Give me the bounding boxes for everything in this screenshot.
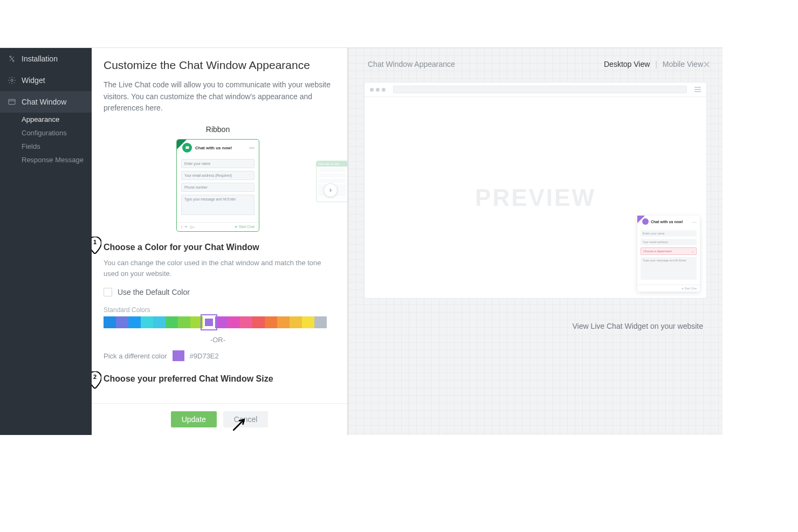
color-swatch[interactable] [290, 316, 302, 328]
color-swatch[interactable] [190, 316, 203, 328]
preview-header-label: Chat Window Appearance [368, 60, 455, 68]
chat-widget-body: Enter your name Your email address Choos… [637, 227, 700, 285]
chat-name-field: Enter your name [641, 230, 697, 237]
ribbon-card-selected[interactable]: Chat with us now! — Enter your name Your… [176, 139, 259, 232]
page-description: The Live Chat code will allow you to com… [104, 79, 332, 114]
ribbon-title: Chat with us now! [195, 146, 232, 150]
color-swatch[interactable] [314, 316, 327, 328]
config-footer: Update Cancel [92, 403, 347, 435]
sidebar-item-installation[interactable]: Installation [0, 48, 92, 70]
chat-message-field: Type your message and hit Enter [641, 257, 697, 280]
color-swatch[interactable] [116, 316, 128, 328]
gear-icon [8, 76, 16, 85]
checkbox-icon[interactable] [104, 288, 112, 296]
cursor-arrow-annotation [232, 418, 246, 432]
color-swatch[interactable] [141, 316, 153, 328]
color-section-description: You can change the color used in the cha… [104, 258, 332, 279]
sidebar-sub-appearance[interactable]: Appearance [0, 113, 92, 126]
color-hex-value: #9D73E2 [190, 352, 219, 360]
color-picker-swatch[interactable] [173, 350, 184, 361]
ribbon-phone-field: Phone number [181, 183, 254, 192]
peek-footer [317, 198, 347, 202]
desktop-view-tab[interactable]: Desktop View [604, 60, 650, 68]
chat-email-field: Your email address [641, 239, 697, 245]
app-frame: Installation Widget Chat Window Appearan… [0, 47, 723, 435]
close-button[interactable]: ✕ [703, 59, 711, 71]
color-section-title: Choose a Color for your Chat Window [104, 243, 332, 252]
size-section-title: Choose your preferred Chat Window Size [104, 374, 332, 384]
preview-panel: ✕ Chat Window Appearance Desktop View | … [348, 48, 723, 435]
chevron-right-icon [328, 188, 333, 193]
color-swatch[interactable] [104, 316, 116, 328]
address-bar [393, 86, 687, 93]
sidebar-label: Chat Window [22, 98, 66, 106]
annotation-marker-1: 1 [92, 237, 101, 254]
ribbon-name-field: Enter your name [181, 159, 254, 168]
update-button[interactable]: Update [171, 411, 217, 427]
peek-field [319, 174, 346, 177]
default-color-label: Use the Default Color [118, 288, 190, 296]
color-swatch[interactable] [128, 316, 141, 328]
google-icon: G+ [190, 225, 195, 229]
color-swatch[interactable] [153, 316, 166, 328]
tools-icon [8, 54, 16, 63]
preview-header: Chat Window Appearance Desktop View | Mo… [364, 60, 706, 68]
sidebar-item-widget[interactable]: Widget [0, 70, 92, 91]
preview-watermark: PREVIEW [475, 184, 596, 211]
chat-widget-preview: Chat with us now! — Enter your name Your… [637, 216, 700, 292]
sidebar-sub-response-message[interactable]: Response Message [0, 153, 92, 167]
minimize-icon: — [249, 145, 254, 151]
mobile-view-tab[interactable]: Mobile View [663, 60, 703, 68]
color-swatch[interactable] [277, 316, 290, 328]
facebook-icon: f [181, 225, 182, 229]
sidebar-sub-fields[interactable]: Fields [0, 140, 92, 153]
chevron-down-icon: ⌄ [691, 250, 694, 253]
sidebar-sub-configurations[interactable]: Configurations [0, 126, 92, 140]
standard-colors-label: Standard Colors [104, 306, 332, 314]
view-live-link[interactable]: View Live Chat Widget on your website [364, 322, 706, 330]
ribbon-peek-header: Chat with us now! [317, 161, 347, 167]
ribbon-body: Enter your name Your email address (Requ… [177, 156, 259, 222]
sidebar-label: Installation [22, 54, 58, 63]
annotation-marker-2: 2 [92, 371, 101, 389]
chat-widget-title: Chat with us now! [651, 220, 683, 224]
color-swatch[interactable] [203, 316, 215, 328]
chat-widget-footer: ➤ Start Chat [637, 285, 700, 292]
default-color-checkbox-row[interactable]: Use the Default Color [104, 288, 332, 296]
ribbon-email-field: Your email address (Required) [181, 171, 254, 180]
carousel-next-button[interactable] [324, 183, 338, 197]
config-panel: Customize the Chat Window Appearance The… [92, 48, 348, 435]
ribbon-label: Ribbon [104, 125, 332, 134]
page-title: Customize the Chat Window Appearance [104, 59, 332, 72]
color-swatch[interactable] [228, 316, 240, 328]
chat-corner-icon [637, 216, 645, 223]
or-divider: -OR- [104, 336, 332, 344]
sidebar-label: Widget [22, 76, 45, 85]
sidebar-item-chat-window[interactable]: Chat Window [0, 91, 92, 113]
ribbon-message-field: Type your message and hit Enter [181, 195, 254, 215]
color-swatch[interactable] [166, 316, 178, 328]
chat-widget-header: Chat with us now! — [637, 216, 700, 227]
svg-rect-1 [9, 99, 15, 104]
svg-point-0 [11, 79, 13, 81]
config-scroll[interactable]: Customize the Chat Window Appearance The… [92, 48, 347, 403]
traffic-lights-icon [370, 88, 386, 92]
window-icon [8, 98, 16, 106]
color-swatch[interactable] [178, 316, 190, 328]
pick-color-row: Pick a different color #9D73E2 [104, 350, 332, 361]
chat-department-select: Choose a department ⌄ [641, 247, 697, 255]
color-swatch[interactable] [215, 316, 228, 328]
browser-body: PREVIEW Chat with us now! — Enter your n… [364, 97, 706, 298]
color-swatch[interactable] [252, 316, 265, 328]
color-swatch[interactable] [265, 316, 277, 328]
color-swatch[interactable] [302, 316, 314, 328]
ribbon-header: Chat with us now! — [177, 140, 259, 156]
view-tabs: Desktop View | Mobile View [604, 60, 703, 68]
twitter-icon: ✦ [184, 225, 188, 229]
peek-field [319, 168, 346, 172]
sidebar: Installation Widget Chat Window Appearan… [0, 48, 92, 435]
ribbon-footer: f ✦ G+ ➤ Start Chat [177, 222, 259, 231]
color-swatch[interactable] [240, 316, 252, 328]
peek-field [319, 179, 346, 183]
color-swatch-row [104, 316, 332, 328]
